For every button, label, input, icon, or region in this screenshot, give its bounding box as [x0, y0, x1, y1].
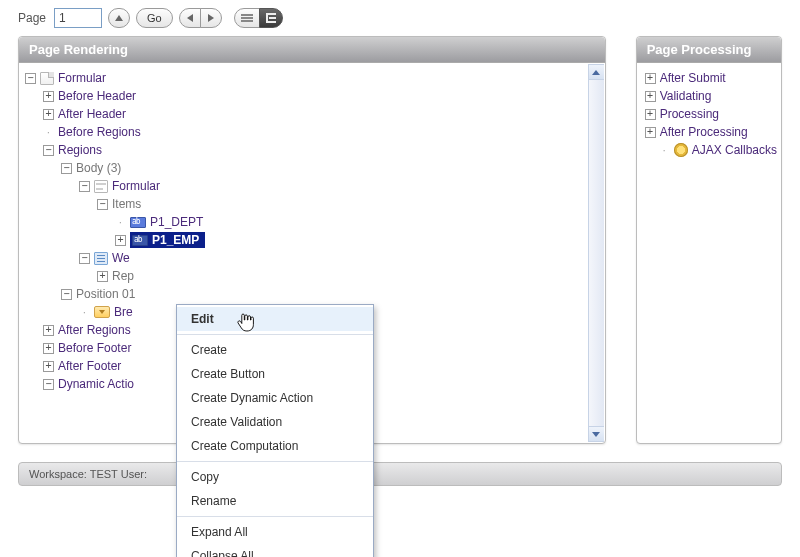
gear-icon [674, 143, 688, 157]
menu-create[interactable]: Create [177, 338, 373, 362]
menu-separator [177, 516, 373, 517]
tree-view-button[interactable] [259, 8, 283, 28]
page-processing-panel: Page Processing After Submit Validating … [636, 36, 782, 444]
expand-toggle[interactable] [79, 253, 90, 264]
chevron-right-icon [208, 14, 214, 22]
menu-create-computation[interactable]: Create Computation [177, 434, 373, 458]
component-view-button[interactable] [234, 8, 260, 28]
button-region-icon [94, 306, 110, 318]
form-icon [94, 180, 108, 193]
tree-leaf-guide: · [79, 305, 90, 319]
expand-toggle[interactable] [25, 73, 36, 84]
workspace-status-text: Workspace: TEST User: [29, 468, 147, 480]
tree-node-after-regions[interactable]: After Regions [58, 323, 131, 337]
expand-toggle[interactable] [43, 325, 54, 336]
list-icon [241, 14, 253, 22]
expand-toggle[interactable] [79, 181, 90, 192]
item-icon [130, 217, 146, 228]
menu-create-button[interactable]: Create Button [177, 362, 373, 386]
tree-node-ajax-callbacks[interactable]: AJAX Callbacks [692, 143, 777, 157]
processing-tree[interactable]: After Submit Validating Processing After… [637, 63, 781, 165]
page-processing-header: Page Processing [637, 37, 781, 63]
menu-edit[interactable]: Edit [177, 307, 373, 331]
tree-node-formular-region[interactable]: Formular [112, 179, 160, 193]
tree-node-before-regions[interactable]: Before Regions [58, 125, 141, 139]
tree-icon [266, 13, 276, 23]
tree-node-p1-emp-label: P1_EMP [152, 233, 199, 247]
tree-node-bre[interactable]: Bre [114, 305, 133, 319]
tree-node-after-footer[interactable]: After Footer [58, 359, 121, 373]
expand-toggle[interactable] [645, 73, 656, 84]
tree-node-before-header[interactable]: Before Header [58, 89, 136, 103]
expand-toggle[interactable] [61, 289, 72, 300]
page-rendering-header: Page Rendering [19, 37, 605, 63]
expand-toggle[interactable] [645, 127, 656, 138]
tree-node-items[interactable]: Items [112, 197, 141, 211]
tree-node-validating[interactable]: Validating [660, 89, 712, 103]
menu-separator [177, 461, 373, 462]
expand-toggle[interactable] [645, 91, 656, 102]
menu-rename[interactable]: Rename [177, 489, 373, 513]
expand-toggle[interactable] [645, 109, 656, 120]
tree-node-processing[interactable]: Processing [660, 107, 719, 121]
tree-node-we[interactable]: We [112, 251, 130, 265]
view-mode-group [234, 8, 283, 28]
tree-node-after-processing[interactable]: After Processing [660, 125, 748, 139]
menu-create-validation[interactable]: Create Validation [177, 410, 373, 434]
tree-node-p1-dept[interactable]: P1_DEPT [150, 215, 203, 229]
item-context-menu[interactable]: Edit Create Create Button Create Dynamic… [176, 304, 374, 557]
tree-node-p1-emp-selected[interactable]: P1_EMP [130, 232, 205, 248]
expand-toggle[interactable] [97, 199, 108, 210]
page-toolbar: Page Go [0, 0, 800, 36]
menu-create-dynamic-action[interactable]: Create Dynamic Action [177, 386, 373, 410]
expand-toggle[interactable] [43, 109, 54, 120]
expand-toggle[interactable] [115, 235, 126, 246]
go-button[interactable]: Go [136, 8, 173, 28]
expand-toggle[interactable] [43, 361, 54, 372]
page-nav-group [179, 8, 222, 28]
tree-node-rep[interactable]: Rep [112, 269, 134, 283]
workspace-statusbar: Workspace: TEST User: [18, 462, 782, 486]
expand-toggle[interactable] [61, 163, 72, 174]
expand-toggle[interactable] [43, 145, 54, 156]
tree-node-dynamic-actions[interactable]: Dynamic Actio [58, 377, 134, 391]
tree-leaf-guide: · [659, 143, 670, 157]
chevron-left-icon [187, 14, 193, 22]
item-icon [132, 235, 148, 246]
tree-node-before-footer[interactable]: Before Footer [58, 341, 131, 355]
tree-leaf-guide: · [115, 215, 126, 229]
next-page-button[interactable] [200, 8, 222, 28]
menu-expand-all[interactable]: Expand All [177, 520, 373, 544]
page-number-input[interactable] [54, 8, 102, 28]
scroll-down-icon [592, 432, 600, 437]
vertical-scrollbar[interactable] [588, 64, 604, 442]
expand-toggle[interactable] [43, 379, 54, 390]
page-icon [40, 72, 54, 85]
tree-node-formular[interactable]: Formular [58, 71, 106, 85]
expand-toggle[interactable] [43, 343, 54, 354]
tree-node-position01[interactable]: Position 01 [76, 287, 135, 301]
report-icon [94, 252, 108, 265]
menu-separator [177, 334, 373, 335]
expand-toggle[interactable] [43, 91, 54, 102]
scroll-up-icon [592, 70, 600, 75]
tree-node-after-header[interactable]: After Header [58, 107, 126, 121]
menu-collapse-all[interactable]: Collapse All [177, 544, 373, 557]
menu-copy[interactable]: Copy [177, 465, 373, 489]
tree-node-regions[interactable]: Regions [58, 143, 102, 157]
tree-node-body[interactable]: Body (3) [76, 161, 121, 175]
chevron-up-icon [115, 15, 123, 21]
page-up-button[interactable] [108, 8, 130, 28]
prev-page-button[interactable] [179, 8, 201, 28]
expand-toggle[interactable] [97, 271, 108, 282]
tree-leaf-guide: · [43, 125, 54, 139]
page-label: Page [18, 11, 46, 25]
tree-node-after-submit[interactable]: After Submit [660, 71, 726, 85]
